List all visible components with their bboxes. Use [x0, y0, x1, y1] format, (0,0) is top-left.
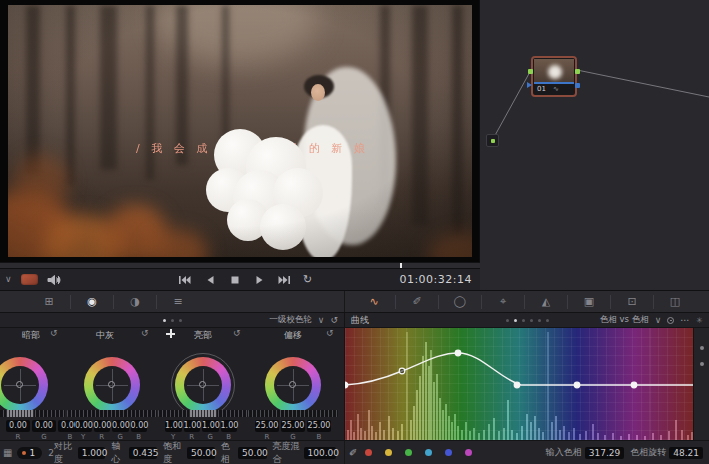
- reset-icon[interactable]: ↺: [330, 315, 338, 325]
- toolbar-separator: [524, 295, 525, 309]
- reset-icon[interactable]: ↺: [233, 328, 241, 338]
- chevron-down-icon[interactable]: ∨: [5, 275, 12, 284]
- curve-control-point[interactable]: [631, 382, 637, 388]
- curve-control-point[interactable]: [514, 382, 520, 388]
- param-value[interactable]: 0.435: [129, 447, 157, 459]
- wheel-balance-dot[interactable]: [108, 381, 115, 388]
- wheel-value-亮部-B[interactable]: 1.00: [221, 420, 238, 432]
- param-label: 输入色相: [546, 446, 582, 459]
- curve-control-point[interactable]: [574, 382, 580, 388]
- color-match-icon[interactable]: ◑: [120, 291, 150, 313]
- side-dot[interactable]: [700, 346, 704, 350]
- master-wheel-中灰[interactable]: [67, 410, 157, 417]
- wheel-value-偏移-R[interactable]: 25.00: [255, 420, 279, 432]
- camera-raw-icon[interactable]: ⊞: [34, 291, 64, 313]
- more-options-icon[interactable]: ⋯: [680, 315, 690, 325]
- node-graph-panel[interactable]: 01 ∿: [480, 0, 709, 291]
- chevron-down-icon[interactable]: ∨: [318, 316, 325, 325]
- param-value[interactable]: 50.00: [238, 447, 266, 459]
- wheel-value-中灰-G[interactable]: 0.00: [112, 420, 129, 432]
- curve-control-point[interactable]: [455, 350, 461, 356]
- hue-curve-line: [345, 353, 693, 385]
- rgb-mixer-icon[interactable]: ≡: [163, 291, 193, 313]
- wheel-value-暗部-R[interactable]: 0.00: [6, 420, 30, 432]
- node-key-output-port[interactable]: [575, 83, 580, 88]
- bottom-bar: ▦ 1 2 对比度1.000轴心0.435饱和度50.00色相50.00亮度混合…: [0, 440, 709, 464]
- blur-icon[interactable]: ◭: [531, 291, 561, 313]
- toolbar-separator: [481, 295, 482, 309]
- hue-swatch[interactable]: [385, 449, 392, 456]
- stereo3d-icon[interactable]: ◫: [660, 291, 690, 313]
- stop-button[interactable]: [228, 274, 242, 286]
- master-wheel-暗部[interactable]: [0, 410, 65, 417]
- wheel-value-中灰-B[interactable]: 0.00: [131, 420, 148, 432]
- curve-parameters: 输入色相317.29色相旋转48.21: [546, 446, 703, 459]
- param-value[interactable]: 50.00: [187, 447, 215, 459]
- wheel-value-亮部-Y[interactable]: 1.00: [165, 420, 182, 432]
- curves-mode-dropdown[interactable]: 色相 vs 色相: [600, 314, 649, 326]
- hue-swatch[interactable]: [465, 449, 472, 456]
- wheel-value-暗部-G[interactable]: 0.00: [32, 420, 56, 432]
- wheel-balance-dot[interactable]: [199, 381, 206, 388]
- play-button[interactable]: [253, 274, 267, 286]
- hue-swatch[interactable]: [405, 449, 412, 456]
- wheel-value-亮部-R[interactable]: 1.00: [184, 420, 201, 432]
- wheels-mode-dropdown[interactable]: 一级校色轮: [269, 314, 312, 326]
- color-wheels-icon[interactable]: ◉: [77, 291, 107, 313]
- wheel-balance-dot[interactable]: [16, 381, 23, 388]
- video-frame[interactable]: / 我 会 成 为 时 光 里 的 新 娘: [8, 5, 472, 257]
- node-thumbnail: [534, 59, 574, 82]
- reset-icon[interactable]: ↺: [50, 328, 58, 338]
- hue-swatch[interactable]: [425, 449, 432, 456]
- color-wheels-panel: 暗部↺0.00R0.00G0.00B中灰↺0.00Y0.00R0.00G0.00…: [0, 328, 345, 440]
- reset-icon[interactable]: ↺: [141, 328, 149, 338]
- reset-icon[interactable]: ↺: [326, 328, 334, 338]
- master-wheel-偏移[interactable]: [248, 410, 338, 417]
- param-value[interactable]: 317.29: [585, 447, 625, 459]
- param-label: 亮度混合: [273, 440, 301, 464]
- toolbar-separator: [610, 295, 611, 309]
- node-key-input-port[interactable]: [527, 82, 532, 88]
- tracker-icon[interactable]: ⌖: [488, 291, 518, 313]
- wheel-value-亮部-G[interactable]: 1.00: [202, 420, 219, 432]
- node-rgb-output-port[interactable]: [575, 69, 580, 74]
- wheel-value-中灰-R[interactable]: 0.00: [94, 420, 111, 432]
- hue-vs-hue-curve[interactable]: [345, 328, 693, 440]
- node-rgb-input-port[interactable]: [528, 69, 533, 74]
- param-value[interactable]: 100.00: [304, 447, 336, 459]
- curve-control-point[interactable]: [399, 368, 405, 374]
- sizing-icon[interactable]: ⊡: [617, 291, 647, 313]
- palette-toolbar-left: ⊞◉◑≡: [0, 291, 345, 312]
- param-value[interactable]: 1.000: [78, 447, 106, 459]
- hue-swatch[interactable]: [445, 449, 452, 456]
- curves-side-strip: [693, 328, 709, 440]
- gear-icon[interactable]: [667, 317, 674, 324]
- master-wheel-亮部[interactable]: [158, 410, 248, 417]
- eyedropper-icon[interactable]: ✐: [349, 447, 357, 458]
- skip-end-button[interactable]: [278, 274, 292, 286]
- panel-edge-icon[interactable]: ✳: [696, 316, 703, 325]
- curves-icon[interactable]: ∿: [359, 291, 389, 313]
- chevron-down-icon[interactable]: ∨: [655, 316, 662, 325]
- audio-mute-icon[interactable]: [47, 274, 61, 286]
- step-back-button[interactable]: [203, 274, 217, 286]
- node-chip-1[interactable]: 1: [17, 447, 42, 459]
- key-icon[interactable]: ▣: [574, 291, 604, 313]
- skip-start-button[interactable]: [178, 274, 192, 286]
- wheel-value-中灰-Y[interactable]: 0.00: [75, 420, 92, 432]
- clip-color-icon[interactable]: [21, 274, 38, 285]
- qualifier-icon[interactable]: ✐: [402, 291, 432, 313]
- wheel-balance-dot[interactable]: [289, 381, 296, 388]
- hue-swatch[interactable]: [365, 449, 372, 456]
- keyboard-icon[interactable]: ▦: [3, 447, 12, 458]
- loop-icon[interactable]: ↻: [303, 274, 312, 285]
- param-value[interactable]: 48.21: [669, 447, 703, 459]
- side-dot[interactable]: [700, 362, 704, 366]
- corrector-node-01[interactable]: 01 ∿: [531, 56, 577, 97]
- transport-bar: ∨ ↻ 01:00:32:14: [0, 268, 480, 291]
- wheel-value-偏移-G[interactable]: 25.00: [281, 420, 305, 432]
- power-window-icon[interactable]: ◯: [445, 291, 475, 313]
- source-node[interactable]: [486, 134, 499, 147]
- wheel-value-偏移-B[interactable]: 25.00: [307, 420, 331, 432]
- curve-control-point[interactable]: [345, 382, 348, 388]
